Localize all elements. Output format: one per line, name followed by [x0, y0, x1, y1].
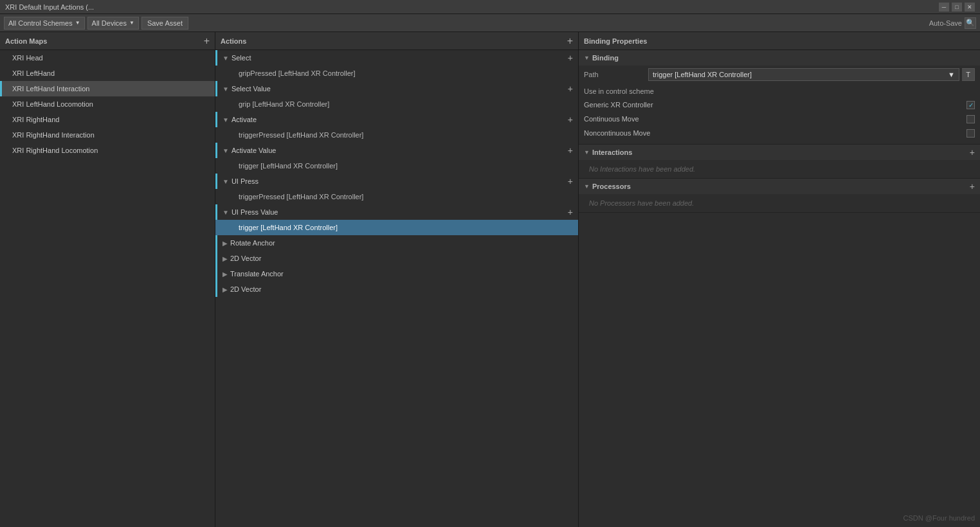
action-group-header-2[interactable]: ▼Activate+: [217, 112, 578, 127]
action-group-header-7[interactable]: ▶2D Vector: [217, 251, 578, 266]
action-group-name-0: Select: [231, 54, 251, 62]
add-binding-button-4[interactable]: +: [568, 176, 573, 186]
devices-dropdown[interactable]: All Devices ▼: [87, 17, 139, 30]
action-map-item-label-2: XRI LeftHand Interaction: [12, 85, 89, 93]
path-label: Path: [584, 71, 648, 78]
binding-item-2-0[interactable]: triggerPressed [LeftHand XR Controller]: [215, 127, 578, 143]
add-binding-button-0[interactable]: +: [568, 53, 573, 63]
scheme-checkbox-1[interactable]: [966, 115, 975, 123]
processors-section-title: Processors: [592, 183, 631, 190]
binding-item-4-0[interactable]: triggerPressed [LeftHand XR Controller]: [215, 189, 578, 204]
action-group-header-6[interactable]: ▶Rotate Anchor: [217, 235, 578, 251]
close-button[interactable]: ✕: [965, 3, 975, 12]
action-map-item-6[interactable]: XRI RightHand Locomotion: [0, 143, 215, 158]
action-map-item-3[interactable]: XRI LeftHand Locomotion: [0, 96, 215, 112]
action-map-item-4[interactable]: XRI RightHand: [0, 112, 215, 127]
title-bar: XRI Default Input Actions (... ─ □ ✕: [0, 0, 980, 14]
add-processor-button[interactable]: +: [970, 181, 975, 192]
path-row: Path trigger [LeftHand XR Controller] ▼ …: [579, 66, 980, 84]
group-triangle-icon-9: ▶: [222, 286, 228, 293]
actions-title: Actions: [221, 37, 246, 45]
group-triangle-icon-4: ▼: [222, 178, 229, 185]
action-maps-title: Action Maps: [5, 37, 47, 45]
scheme-label-0: Generic XR Controller: [584, 101, 963, 109]
binding-item-0-0[interactable]: gripPressed [LeftHand XR Controller]: [215, 66, 578, 81]
actions-header: Actions +: [215, 32, 578, 50]
action-map-item-label-1: XRI LeftHand: [12, 69, 55, 77]
binding-section-title: Binding: [592, 54, 619, 62]
interactions-triangle-icon: ▼: [584, 149, 590, 156]
no-processors-text: No Processors have been added.: [579, 194, 980, 212]
scheme-label-1: Continuous Move: [584, 115, 963, 123]
binding-properties-header: Binding Properties: [579, 32, 980, 50]
action-maps-panel: Action Maps + XRI HeadXRI LeftHandXRI Le…: [0, 32, 215, 527]
action-group-header-0[interactable]: ▼Select+: [217, 50, 578, 66]
minimize-button[interactable]: ─: [939, 3, 949, 12]
action-group-header-4[interactable]: ▼UI Press+: [217, 174, 578, 189]
scheme-checkbox-2[interactable]: [966, 129, 975, 138]
path-value: trigger [LeftHand XR Controller]: [653, 71, 752, 78]
control-schemes-dropdown[interactable]: All Control Schemes ▼: [4, 17, 85, 30]
action-group-name-7: 2D Vector: [230, 255, 261, 262]
action-group-name-2: Activate: [231, 116, 257, 123]
path-value-row: trigger [LeftHand XR Controller] ▼ T: [648, 68, 975, 81]
search-button[interactable]: 🔍: [965, 17, 976, 29]
binding-properties-panel: Binding Properties ▼ Binding Path trigge…: [579, 32, 980, 527]
action-map-item-1[interactable]: XRI LeftHand: [0, 66, 215, 81]
path-chevron-icon: ▼: [948, 71, 955, 78]
main-layout: Action Maps + XRI HeadXRI LeftHandXRI Le…: [0, 32, 980, 527]
group-triangle-icon-6: ▶: [222, 240, 228, 247]
actions-list: ▼Select+gripPressed [LeftHand XR Control…: [215, 50, 578, 297]
group-triangle-icon-2: ▼: [222, 116, 229, 123]
window-title: XRI Default Input Actions (...: [5, 3, 94, 11]
action-group-name-6: Rotate Anchor: [230, 239, 275, 247]
binding-item-1-0[interactable]: grip [LeftHand XR Controller]: [215, 96, 578, 112]
save-asset-button[interactable]: Save Asset: [141, 17, 188, 30]
add-interaction-button[interactable]: +: [970, 147, 975, 157]
action-group-header-9[interactable]: ▶2D Vector: [217, 281, 578, 297]
action-group-header-3[interactable]: ▼Activate Value+: [217, 143, 578, 158]
add-action-button[interactable]: +: [567, 36, 573, 46]
binding-item-5-0[interactable]: trigger [LeftHand XR Controller]: [215, 220, 578, 235]
interactions-section-title: Interactions: [592, 148, 632, 156]
interactions-section-header[interactable]: ▼ Interactions +: [579, 145, 980, 160]
scheme-checkbox-0[interactable]: [966, 101, 975, 109]
add-binding-button-2[interactable]: +: [568, 114, 573, 125]
action-map-item-5[interactable]: XRI RightHand Interaction: [0, 127, 215, 143]
search-icon: 🔍: [966, 19, 975, 27]
action-group-name-9: 2D Vector: [230, 285, 261, 293]
binding-section-header[interactable]: ▼ Binding: [579, 50, 980, 66]
action-map-item-label-3: XRI LeftHand Locomotion: [12, 100, 93, 108]
action-group-header-8[interactable]: ▶Translate Anchor: [217, 266, 578, 281]
path-edit-icon: T: [966, 71, 970, 78]
devices-chevron-icon: ▼: [129, 20, 134, 26]
auto-save-label: Auto-Save: [929, 19, 962, 27]
binding-item-3-0[interactable]: trigger [LeftHand XR Controller]: [215, 158, 578, 174]
action-map-item-label-6: XRI RightHand Locomotion: [12, 147, 98, 154]
path-edit-button[interactable]: T: [962, 68, 975, 81]
processors-section: ▼ Processors + No Processors have been a…: [579, 179, 980, 213]
processors-section-header[interactable]: ▼ Processors +: [579, 179, 980, 194]
path-dropdown[interactable]: trigger [LeftHand XR Controller] ▼: [648, 68, 959, 81]
add-binding-button-1[interactable]: +: [568, 84, 573, 94]
action-map-item-0[interactable]: XRI Head: [0, 50, 215, 66]
binding-text-4-0: triggerPressed [LeftHand XR Controller]: [239, 193, 363, 201]
actions-panel: Actions + ▼Select+gripPressed [LeftHand …: [215, 32, 579, 527]
binding-text-5-0: trigger [LeftHand XR Controller]: [239, 224, 338, 231]
binding-text-0-0: gripPressed [LeftHand XR Controller]: [239, 69, 356, 77]
maximize-button[interactable]: □: [952, 3, 962, 12]
use-in-control-scheme-label: Use in control scheme: [584, 87, 975, 95]
action-map-item-2[interactable]: XRI LeftHand Interaction: [0, 81, 215, 96]
scheme-row-1: Continuous Move: [584, 112, 975, 126]
group-triangle-icon-5: ▼: [222, 209, 229, 216]
add-binding-button-3[interactable]: +: [568, 145, 573, 156]
binding-text-3-0: trigger [LeftHand XR Controller]: [239, 162, 338, 170]
add-action-map-button[interactable]: +: [204, 36, 210, 46]
group-triangle-icon-1: ▼: [222, 85, 229, 93]
processors-triangle-icon: ▼: [584, 183, 590, 190]
add-binding-button-5[interactable]: +: [568, 207, 573, 217]
action-maps-header: Action Maps +: [0, 32, 215, 50]
action-group-name-8: Translate Anchor: [230, 270, 284, 278]
action-group-header-5[interactable]: ▼UI Press Value+: [217, 204, 578, 220]
action-group-header-1[interactable]: ▼Select Value+: [217, 81, 578, 96]
